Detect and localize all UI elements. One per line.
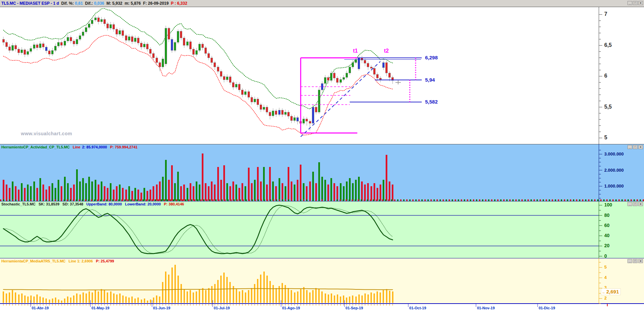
candle-body[interactable] xyxy=(91,20,93,24)
atr-bar[interactable] xyxy=(95,290,96,303)
candle-body[interactable] xyxy=(336,78,339,82)
close-icon[interactable]: × xyxy=(638,259,643,263)
chart-canvas[interactable] xyxy=(0,0,644,311)
candle-body[interactable] xyxy=(64,41,66,46)
candle-body[interactable] xyxy=(85,27,87,32)
atr-bar[interactable] xyxy=(92,292,93,303)
minimize-icon[interactable]: _ xyxy=(627,145,632,149)
candle-body[interactable] xyxy=(156,58,158,63)
candle-body[interactable] xyxy=(143,44,146,47)
atr-bar[interactable] xyxy=(199,289,200,303)
volume-bar[interactable] xyxy=(174,183,176,201)
minimize-icon[interactable]: _ xyxy=(627,259,632,263)
atr-bar[interactable] xyxy=(52,299,53,303)
candle-body[interactable] xyxy=(131,37,133,42)
atr-bar[interactable] xyxy=(306,290,308,303)
atr-bar[interactable] xyxy=(226,277,228,303)
atr-bar[interactable] xyxy=(181,284,182,303)
atr-bar[interactable] xyxy=(73,295,74,303)
candle-body[interactable] xyxy=(100,20,102,22)
atr-bar[interactable] xyxy=(288,288,289,303)
atr-bar[interactable] xyxy=(303,287,304,303)
atr-bar[interactable] xyxy=(61,301,62,303)
atr-bar[interactable] xyxy=(141,300,142,303)
atr-bar[interactable] xyxy=(248,290,249,303)
candle-body[interactable] xyxy=(367,63,369,67)
atr-bar[interactable] xyxy=(134,299,136,303)
volume-bar[interactable] xyxy=(297,180,298,201)
candle-body[interactable] xyxy=(45,47,47,51)
volume-bar[interactable] xyxy=(327,185,329,201)
atr-bar[interactable] xyxy=(300,289,301,303)
candle-body[interactable] xyxy=(202,44,204,48)
atr-bar[interactable] xyxy=(291,290,292,303)
atr-bar[interactable] xyxy=(364,293,366,303)
volume-bar[interactable] xyxy=(21,183,23,201)
atr-bar[interactable] xyxy=(276,288,277,303)
atr-bar[interactable] xyxy=(101,289,102,303)
volume-bar[interactable] xyxy=(85,183,87,201)
maximize-icon[interactable]: □ xyxy=(633,145,638,149)
volume-bar[interactable] xyxy=(214,185,216,201)
volume-bar[interactable] xyxy=(275,186,277,201)
volume-bar[interactable] xyxy=(251,183,253,201)
candle-body[interactable] xyxy=(140,43,142,47)
close-icon[interactable]: × xyxy=(638,202,643,206)
volume-bar[interactable] xyxy=(263,167,265,201)
atr-bar[interactable] xyxy=(245,292,246,303)
candle-body[interactable] xyxy=(373,68,375,74)
atr-bar[interactable] xyxy=(27,296,29,303)
atr-bar[interactable] xyxy=(64,299,65,303)
volume-bar[interactable] xyxy=(88,177,90,201)
candle-body[interactable] xyxy=(110,24,112,28)
candle-body[interactable] xyxy=(324,78,326,84)
atr-bar[interactable] xyxy=(294,292,295,303)
atr-bar[interactable] xyxy=(9,292,10,303)
atr-bar[interactable] xyxy=(171,267,173,303)
stochastic-series[interactable] xyxy=(0,205,599,254)
volume-bar[interactable] xyxy=(355,180,357,201)
atr-bar[interactable] xyxy=(86,293,87,303)
atr-bar[interactable] xyxy=(331,293,332,303)
candle-body[interactable] xyxy=(327,78,329,81)
candle-body[interactable] xyxy=(287,112,289,116)
candle-body[interactable] xyxy=(171,39,173,50)
volume-bar[interactable] xyxy=(346,181,348,201)
candle-body[interactable] xyxy=(238,84,240,90)
candle-body[interactable] xyxy=(352,63,354,67)
candle-body[interactable] xyxy=(97,18,99,22)
atr-bar[interactable] xyxy=(337,294,338,303)
candle-body[interactable] xyxy=(180,31,182,38)
candle-body[interactable] xyxy=(113,24,115,29)
candle-body[interactable] xyxy=(103,20,105,24)
candle-body[interactable] xyxy=(183,38,185,46)
volume-bar[interactable] xyxy=(122,188,124,201)
candle-body[interactable] xyxy=(79,35,81,39)
atr-bar[interactable] xyxy=(242,290,243,303)
candle-body[interactable] xyxy=(198,44,200,50)
candle-body[interactable] xyxy=(248,92,250,97)
atr-bar[interactable] xyxy=(110,291,111,303)
volume-bar[interactable] xyxy=(27,185,29,201)
volume-bar[interactable] xyxy=(386,155,387,201)
volume-bar[interactable] xyxy=(266,185,268,201)
candle-body[interactable] xyxy=(333,73,335,78)
volume-bar[interactable] xyxy=(208,186,210,201)
candle-body[interactable] xyxy=(24,50,26,55)
candle-body[interactable] xyxy=(389,73,391,78)
maximize-icon[interactable]: □ xyxy=(633,259,638,263)
volume-bar[interactable] xyxy=(110,183,111,201)
volume-bar[interactable] xyxy=(67,183,69,201)
atr-bar[interactable] xyxy=(361,295,363,303)
atr-bar[interactable] xyxy=(374,293,375,303)
candle-body[interactable] xyxy=(162,59,164,67)
candle-body[interactable] xyxy=(321,84,323,90)
mid-level-label[interactable]: 5,94 xyxy=(425,77,435,83)
candle-body[interactable] xyxy=(94,18,96,20)
volume-bar[interactable] xyxy=(113,190,115,201)
volume-bar[interactable] xyxy=(39,178,41,201)
atr-bar[interactable] xyxy=(184,289,185,303)
atr-bar[interactable] xyxy=(285,285,286,303)
atr-bar[interactable] xyxy=(159,296,160,303)
atr-bar[interactable] xyxy=(24,295,26,303)
